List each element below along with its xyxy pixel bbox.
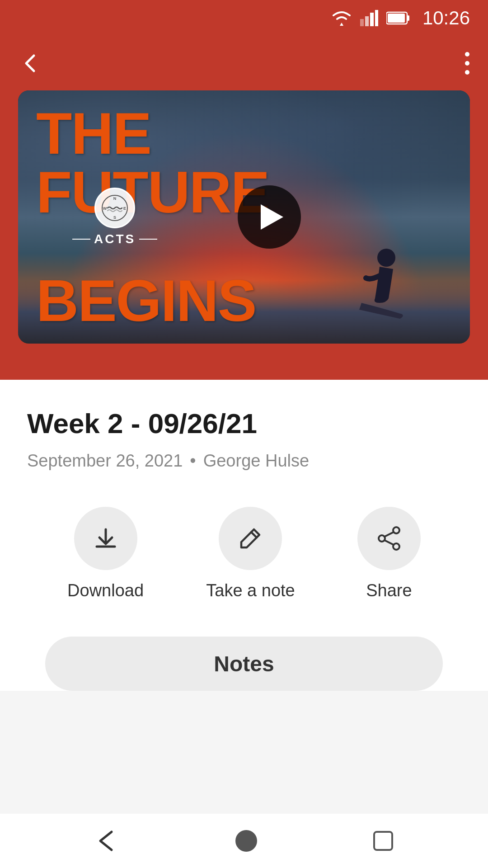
acts-compass-icon: N S W E	[101, 194, 128, 222]
share-circle	[357, 507, 421, 570]
acts-logo: N S W E ACTS	[72, 188, 157, 246]
video-bottom-text: BEGINS	[36, 271, 269, 330]
surfer-silhouette-icon	[352, 244, 407, 335]
svg-rect-20	[374, 832, 392, 850]
svg-rect-6	[388, 14, 405, 23]
download-icon	[93, 526, 118, 551]
svg-point-9	[465, 70, 469, 75]
nav-back-button[interactable]	[94, 827, 121, 854]
pencil-icon	[238, 526, 263, 551]
download-label: Download	[67, 581, 144, 600]
nav-home-button[interactable]	[235, 830, 258, 852]
share-label: Share	[366, 581, 412, 600]
sermon-meta: September 26, 2021 • George Hulse	[27, 451, 461, 471]
note-action[interactable]: Take a note	[206, 507, 295, 600]
share-icon	[376, 526, 402, 551]
more-vert-icon	[465, 52, 470, 75]
svg-rect-1	[365, 16, 369, 26]
status-bar: 10:26	[0, 0, 488, 36]
content-area: Week 2 - 09/26/21 September 26, 2021 • G…	[0, 380, 488, 691]
back-arrow-icon	[18, 52, 41, 75]
download-action[interactable]: Download	[67, 507, 144, 600]
person-silhouette	[352, 244, 407, 335]
download-circle	[74, 507, 137, 570]
acts-circle: N S W E	[94, 188, 135, 228]
sermon-author: George Hulse	[203, 451, 309, 471]
notes-button[interactable]: Notes	[45, 637, 443, 691]
wifi-icon	[331, 10, 352, 26]
back-button[interactable]	[18, 52, 41, 75]
red-background: THEFUTURE BEGINS N S W E	[0, 90, 488, 380]
acts-label: ACTS	[72, 232, 157, 246]
note-circle	[219, 507, 282, 570]
svg-point-19	[235, 830, 257, 852]
acts-line-right	[139, 239, 157, 240]
toolbar	[0, 36, 488, 90]
nav-back-icon	[94, 827, 121, 854]
nav-bar	[0, 814, 488, 868]
svg-text:E: E	[123, 206, 126, 211]
svg-text:W: W	[103, 206, 107, 211]
share-action[interactable]: Share	[357, 507, 421, 600]
svg-text:S: S	[113, 215, 116, 220]
svg-rect-0	[360, 19, 364, 26]
nav-recents-icon	[372, 830, 394, 852]
svg-rect-2	[370, 13, 374, 26]
note-label: Take a note	[206, 581, 295, 600]
play-button[interactable]	[238, 185, 301, 249]
svg-rect-5	[407, 15, 409, 21]
sermon-date: September 26, 2021	[27, 451, 183, 471]
play-triangle-icon	[261, 204, 283, 230]
battery-icon	[386, 11, 410, 25]
sermon-title: Week 2 - 09/26/21	[27, 407, 461, 440]
signal-icon	[360, 10, 378, 26]
svg-point-8	[465, 61, 469, 66]
svg-point-7	[465, 52, 469, 57]
more-options-button[interactable]	[465, 52, 470, 75]
meta-separator: •	[190, 451, 196, 471]
acts-line-left	[72, 239, 90, 240]
svg-rect-3	[375, 10, 378, 26]
nav-recents-button[interactable]	[372, 830, 394, 852]
status-time: 10:26	[422, 7, 470, 29]
status-icons: 10:26	[331, 7, 470, 29]
notes-button-label: Notes	[214, 651, 274, 676]
svg-text:N: N	[113, 196, 117, 201]
acts-text: ACTS	[94, 232, 136, 246]
svg-point-15	[377, 249, 395, 267]
nav-home-icon	[235, 830, 258, 852]
action-row: Download Take a note	[27, 507, 461, 600]
video-container[interactable]: THEFUTURE BEGINS N S W E	[18, 90, 470, 344]
